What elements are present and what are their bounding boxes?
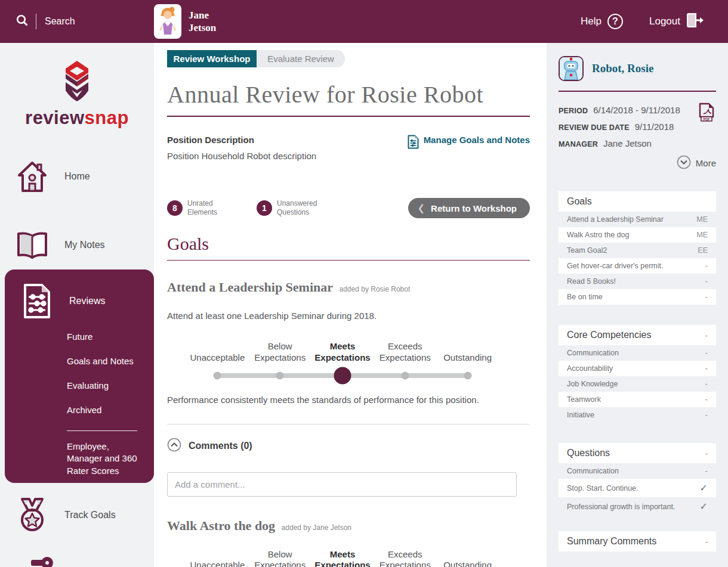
rating-value: - <box>705 395 708 404</box>
sidebar-item-goals-and-notes[interactable]: Goals and Notes <box>67 356 154 366</box>
rating-dot-4[interactable] <box>402 371 409 379</box>
period-value: 6/14/2018 - 9/11/2018 <box>593 105 680 115</box>
help-button[interactable]: Help ? <box>581 14 623 29</box>
goal-row[interactable]: Get hover-car driver's permit.- <box>559 258 716 274</box>
more-button[interactable]: More <box>559 155 716 171</box>
top-header: Search Jane Jetson Help ? Logout <box>0 0 728 43</box>
current-user[interactable]: Jane Jetson <box>154 0 216 43</box>
sidebar-item-my-notes[interactable]: My Notes <box>0 231 154 259</box>
competency-row[interactable]: Job Knowledge- <box>559 376 716 392</box>
chevron-left-icon: ❮ <box>418 203 425 213</box>
reviewsnap-wordmark: reviewsnap <box>0 107 154 129</box>
document-icon <box>408 135 419 151</box>
search-icon[interactable] <box>16 14 29 29</box>
reviews-document-icon <box>5 283 69 320</box>
home-icon <box>0 160 64 193</box>
questions-panel-header[interactable]: Questions - <box>559 443 716 463</box>
user-name: Jane Jetson <box>189 9 216 35</box>
sidebar-item-future[interactable]: Future <box>67 331 154 342</box>
rating-slider-track[interactable] <box>217 373 468 378</box>
scale-label-outstanding: Outstanding <box>436 352 499 364</box>
reviewsnap-logo-mark <box>58 61 95 101</box>
question-row[interactable]: Communication- <box>559 463 716 479</box>
review-tabs: Review Workshop Evaluate Review <box>167 50 530 67</box>
scale-label-below-expectations: Below Expectations <box>249 341 311 364</box>
divider <box>67 430 137 431</box>
sidebar-item-archived[interactable]: Archived <box>67 405 154 415</box>
competency-row[interactable]: Accountability- <box>559 361 716 376</box>
goal-description: Attend at least one Leadership Seminar d… <box>167 311 530 321</box>
period-label: PERIOD <box>559 107 588 115</box>
employee-name: Robot, Rosie <box>592 62 653 75</box>
goals-panel-header[interactable]: Goals <box>559 191 716 212</box>
sidebar-item-track-goals[interactable]: Track Goals <box>0 497 154 533</box>
medal-icon <box>0 497 64 533</box>
divider <box>167 260 530 261</box>
divider <box>36 14 36 29</box>
manager-value: Jane Jetson <box>603 138 652 148</box>
sidebar-item-home[interactable]: Home <box>0 160 154 193</box>
rating-dot-2[interactable] <box>276 371 284 379</box>
left-sidebar: reviewsnap Home My Notes <box>0 43 154 567</box>
manager-label: MANAGER <box>559 140 598 148</box>
sidebar-section-reviews: Reviews Future Goals and Notes Evaluatin… <box>5 269 154 483</box>
search-bar[interactable]: Search <box>0 14 138 29</box>
goal-added-by: added by Jane Jetson <box>282 523 351 532</box>
rating-description: Performance consistently meets the stand… <box>167 395 530 405</box>
questions-panel: Questions - Communication- Stop. Start. … <box>559 443 716 516</box>
scale-label-unacceptable: Unacceptable <box>186 560 249 567</box>
help-icon: ? <box>607 14 623 29</box>
return-to-workshop-button[interactable]: ❮ Return to Workshop <box>408 198 530 218</box>
goal-row[interactable]: Be on time- <box>559 289 716 305</box>
goal-row[interactable]: Attend a Leadership SeminarME <box>559 212 716 227</box>
rating-dot-5[interactable] <box>464 371 472 379</box>
divider <box>167 424 530 425</box>
rating-value: - <box>705 380 708 388</box>
rating-scale: Unacceptable Below Expectations Meets Ex… <box>186 341 499 378</box>
logout-icon <box>686 12 704 32</box>
logout-button[interactable]: Logout <box>649 12 704 32</box>
main-content: Review Workshop Evaluate Review Annual R… <box>154 43 547 567</box>
search-input[interactable]: Search <box>45 16 75 27</box>
rosie-avatar <box>559 56 584 81</box>
scale-label-meets-expectations: Meets Expectations <box>311 549 374 567</box>
add-comment-input[interactable] <box>167 472 517 497</box>
competency-row[interactable]: Initiative- <box>559 407 716 423</box>
position-description-block: Position Description Position Household … <box>167 135 316 161</box>
check-icon: ✓ <box>700 501 708 512</box>
unrated-elements-badge: 8 Unrated Elements <box>167 199 232 217</box>
brand-logo[interactable]: reviewsnap <box>0 61 154 129</box>
key-icon-partial[interactable] <box>31 555 55 567</box>
sidebar-item-evaluating[interactable]: Evaluating <box>67 380 154 391</box>
unanswered-label: Unanswered Questions <box>277 199 321 217</box>
comments-toggle[interactable]: Comments (0) <box>167 438 530 454</box>
sidebar-item-label: Reviews <box>69 296 105 306</box>
sidebar-item-reviews[interactable]: Reviews <box>5 283 154 320</box>
rating-dot-1[interactable] <box>214 371 221 379</box>
unanswered-count: 1 <box>257 200 272 216</box>
summary-comments-panel: Summary Comments - <box>559 531 716 551</box>
goal-row[interactable]: Team Goal2EE <box>559 243 716 258</box>
check-icon: ✓ <box>700 482 708 494</box>
manage-goals-and-notes-link[interactable]: Manage Goals and Notes <box>408 135 530 161</box>
core-competencies-panel-header[interactable]: Core Competencies - <box>559 325 716 345</box>
rating-dot-3-selected[interactable] <box>334 367 351 384</box>
sidebar-item-rater-scores[interactable]: Employee, Manager and 360 Rater Scores <box>67 441 143 477</box>
goal-title: Attend a Leadership Seminar <box>167 280 333 295</box>
summary-comments-panel-header[interactable]: Summary Comments - <box>559 531 716 551</box>
question-row[interactable]: Stop. Start. Continue.✓ <box>559 479 716 497</box>
question-row[interactable]: Professional growth is important.✓ <box>559 497 716 516</box>
sidebar-item-label: My Notes <box>64 240 105 250</box>
position-description-label: Position Description <box>167 135 316 145</box>
goal-row[interactable]: Walk Astro the dogME <box>559 227 716 243</box>
page-title: Annual Review for Rosie Robot <box>167 80 530 109</box>
goals-section-title: Goals <box>167 234 530 254</box>
competency-row[interactable]: Communication- <box>559 345 716 361</box>
tab-review-workshop[interactable]: Review Workshop <box>167 50 257 67</box>
tab-evaluate-review[interactable]: Evaluate Review <box>257 50 345 67</box>
jane-avatar[interactable] <box>154 4 181 39</box>
goal-row[interactable]: Read 5 Books!- <box>559 274 716 289</box>
competency-row[interactable]: Teamwork- <box>559 392 716 407</box>
pdf-export-icon[interactable]: PDF <box>698 103 715 124</box>
unanswered-questions-badge: 1 Unanswered Questions <box>257 199 321 217</box>
